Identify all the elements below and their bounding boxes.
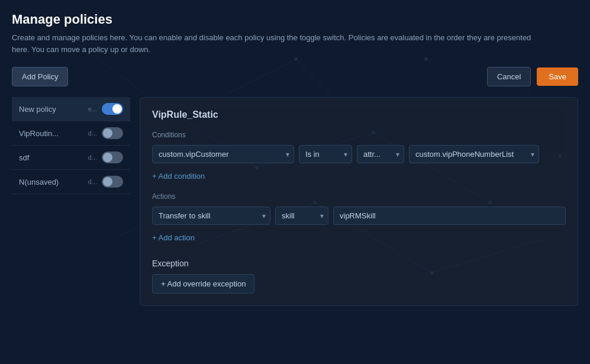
save-button[interactable]: Save: [537, 67, 578, 86]
add-exception-button[interactable]: + Add override exception: [152, 274, 254, 294]
policy-toggle-4[interactable]: [102, 176, 123, 188]
condition-operator-wrapper: Is in: [299, 145, 352, 163]
action-row: Transfer to skill skill: [152, 207, 566, 225]
exception-label: Exception: [152, 259, 566, 268]
policy-name: N(unsaved): [19, 178, 88, 186]
condition-value-wrapper: custom.vipPhoneNumberList: [409, 145, 539, 163]
condition-value-select[interactable]: custom.vipPhoneNumberList: [409, 145, 539, 163]
condition-type-wrapper: attr...: [357, 145, 404, 163]
policy-status: d...: [88, 178, 97, 185]
sidebar-item-unsaved[interactable]: N(unsaved) d...: [12, 170, 130, 194]
condition-type-select[interactable]: attr...: [357, 145, 404, 163]
condition-row: custom.vipCustomer Is in attr... custom.…: [152, 145, 566, 163]
policy-name: VipRoutin...: [19, 129, 88, 138]
add-condition-button[interactable]: + Add condition: [152, 169, 205, 183]
policy-toggle-2[interactable]: [102, 127, 123, 139]
sidebar-item-new-policy[interactable]: New policy e...: [12, 97, 130, 121]
cancel-button[interactable]: Cancel: [487, 67, 531, 86]
action-param-wrapper: skill: [275, 207, 328, 225]
page-description: Create and manage policies here. You can…: [12, 32, 544, 55]
policy-status: e...: [88, 105, 97, 112]
policy-name: sdf: [19, 153, 88, 162]
policy-toggle-3[interactable]: [102, 152, 123, 163]
condition-attribute-wrapper: custom.vipCustomer: [152, 145, 294, 163]
sidebar-item-sdf[interactable]: sdf d...: [12, 146, 130, 170]
add-action-button[interactable]: + Add action: [152, 231, 195, 244]
action-value-input[interactable]: [333, 207, 566, 225]
sidebar: New policy e... VipRoutin... d... sdf: [12, 97, 130, 306]
rule-panel: VipRule_Static Conditions custom.vipCust…: [140, 97, 578, 306]
svg-point-23: [314, 201, 317, 204]
add-policy-button[interactable]: Add Policy: [12, 67, 68, 86]
conditions-label: Conditions: [152, 131, 566, 139]
policy-status: d...: [88, 130, 97, 137]
condition-attribute-select[interactable]: custom.vipCustomer: [152, 145, 294, 163]
page-title: Manage policies: [12, 12, 578, 27]
toolbar: Add Policy Cancel Save: [12, 67, 578, 86]
content-area: New policy e... VipRoutin... d... sdf: [12, 97, 578, 306]
action-param-select[interactable]: skill: [275, 207, 328, 225]
condition-operator-select[interactable]: Is in: [299, 145, 352, 163]
policy-toggle-1[interactable]: [102, 103, 123, 115]
policy-status: d...: [88, 154, 97, 161]
action-type-wrapper: Transfer to skill: [152, 207, 270, 225]
actions-label: Actions: [152, 192, 566, 201]
rule-name: VipRule_Static: [152, 109, 566, 120]
exception-section: Exception + Add override exception: [152, 259, 566, 294]
svg-point-22: [488, 201, 492, 204]
action-type-select[interactable]: Transfer to skill: [152, 207, 270, 225]
policy-name: New policy: [19, 105, 88, 114]
sidebar-item-viproutin[interactable]: VipRoutin... d...: [12, 121, 130, 146]
svg-point-20: [255, 166, 259, 169]
